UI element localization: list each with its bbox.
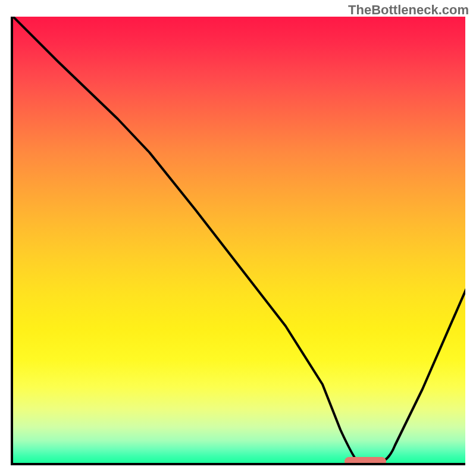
plot-area	[11, 17, 465, 465]
watermark-text: TheBottleneck.com	[348, 2, 469, 18]
chart-container	[11, 17, 465, 465]
curve-layer	[13, 17, 465, 465]
bottleneck-curve-path	[13, 17, 465, 463]
optimal-range-marker	[345, 457, 386, 465]
